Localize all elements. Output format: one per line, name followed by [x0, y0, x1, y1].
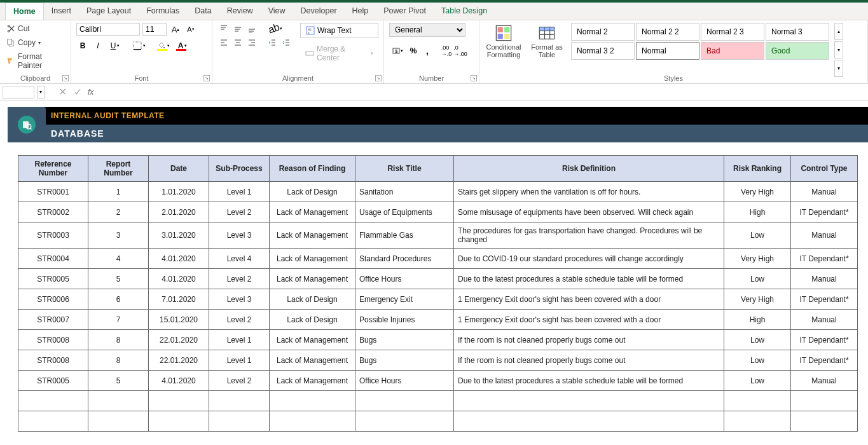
- cell-ref[interactable]: STR0008: [18, 350, 88, 371]
- cell-riskTitle[interactable]: Possible Injuries: [355, 310, 454, 330]
- name-box[interactable]: [3, 86, 34, 99]
- cell-rep[interactable]: 5: [88, 269, 149, 289]
- underline-button[interactable]: U▾: [107, 39, 123, 52]
- cell-sub[interactable]: [209, 411, 270, 432]
- cell-sub[interactable]: Level 2: [209, 269, 270, 289]
- style-bad[interactable]: Bad: [701, 42, 764, 60]
- align-center-button[interactable]: [231, 37, 244, 48]
- cell-sub[interactable]: Level 2: [209, 371, 270, 391]
- clipboard-dialog-launcher[interactable]: ↘: [62, 75, 69, 81]
- cell-ctrl[interactable]: Manual: [791, 310, 858, 330]
- cell-rank[interactable]: Low: [724, 371, 791, 391]
- align-middle-button[interactable]: [231, 23, 244, 34]
- tab-powerpivot[interactable]: Power Pivot: [376, 3, 434, 20]
- tab-data[interactable]: Data: [187, 3, 219, 20]
- cell-riskTitle[interactable]: Bugs: [355, 330, 454, 350]
- align-left-button[interactable]: [217, 37, 230, 48]
- cell-date[interactable]: 4.01.2020: [149, 269, 209, 289]
- increase-decimal-button[interactable]: .00→.0: [440, 44, 453, 57]
- cell-date[interactable]: 7.01.2020: [149, 289, 209, 310]
- name-box-dropdown[interactable]: ▾: [37, 86, 45, 99]
- decrease-decimal-button[interactable]: .0→.00: [454, 44, 467, 57]
- copy-button[interactable]: Copy ▾: [5, 37, 65, 48]
- cell-rank[interactable]: Low: [724, 222, 791, 249]
- cell-ref[interactable]: STR0008: [18, 330, 88, 350]
- cell-ref[interactable]: STR0002: [18, 202, 88, 222]
- cell-sub[interactable]: Level 1: [209, 350, 270, 371]
- cell-riskDef[interactable]: 1 Emergency Exit door's sight has been c…: [454, 310, 724, 330]
- cell-riskDef[interactable]: Stairs get slippery when the vantilation…: [454, 182, 724, 202]
- tab-tabledesign[interactable]: Table Design: [434, 3, 495, 20]
- cell-rep[interactable]: 5: [88, 371, 149, 391]
- cell-rep[interactable]: 4: [88, 249, 149, 269]
- header-controltype[interactable]: Control Type: [791, 156, 858, 182]
- cell-riskDef[interactable]: If the room is not cleaned properly bugs…: [454, 350, 724, 371]
- wrap-text-button[interactable]: abc Wrap Text: [300, 23, 378, 38]
- cell-rank[interactable]: [724, 411, 791, 432]
- cell-rank[interactable]: Low: [724, 350, 791, 371]
- cell-sub[interactable]: Level 2: [209, 310, 270, 330]
- cut-button[interactable]: Cut: [5, 23, 65, 34]
- increase-font-button[interactable]: A▴: [169, 23, 182, 36]
- cancel-formula-button[interactable]: ✕: [55, 86, 70, 99]
- cell-riskDef[interactable]: Some misusage of equipments have been ob…: [454, 202, 724, 222]
- cell-sub[interactable]: [209, 391, 270, 411]
- style-normal2[interactable]: Normal 2: [571, 23, 635, 41]
- cell-riskTitle[interactable]: Office Hours: [355, 269, 454, 289]
- cell-ctrl[interactable]: IT Dependant*: [791, 350, 858, 371]
- cell-reason[interactable]: [270, 411, 355, 432]
- header-rank[interactable]: Risk Ranking: [724, 156, 791, 182]
- cell-date[interactable]: 4.01.2020: [149, 249, 209, 269]
- cell-riskTitle[interactable]: Flammable Gas: [355, 222, 454, 249]
- cell-date[interactable]: 22.01.2020: [149, 330, 209, 350]
- cell-riskDef[interactable]: 1 Emergency Exit door's sight has been c…: [454, 289, 724, 310]
- italic-button[interactable]: I: [92, 39, 104, 52]
- cell-sub[interactable]: Level 3: [209, 222, 270, 249]
- cell-riskDef[interactable]: [454, 391, 724, 411]
- cell-riskTitle[interactable]: Sanitation: [355, 182, 454, 202]
- alignment-dialog-launcher[interactable]: ↘: [375, 75, 382, 81]
- header-subprocess[interactable]: Sub-Process: [209, 156, 270, 182]
- style-normal[interactable]: Normal: [636, 42, 699, 60]
- style-normal22[interactable]: Normal 2 2: [636, 23, 699, 41]
- table-row[interactable]: STR000222.01.2020Level 2Lack of Manageme…: [18, 202, 858, 222]
- cell-riskDef[interactable]: Due to COVID-19 our standard procedures …: [454, 249, 724, 269]
- font-size-select[interactable]: [142, 23, 167, 36]
- cell-rep[interactable]: [88, 411, 149, 432]
- table-row[interactable]: STR0007715.01.2020Level 2Lack of DesignP…: [18, 310, 858, 330]
- style-normal3[interactable]: Normal 3: [766, 23, 829, 41]
- tab-formulas[interactable]: Formulas: [139, 3, 187, 20]
- cell-ref[interactable]: STR0005: [18, 371, 88, 391]
- align-top-button[interactable]: [217, 23, 230, 34]
- header-risktitle[interactable]: Risk Title: [355, 156, 454, 182]
- fx-icon[interactable]: fx: [88, 88, 93, 97]
- cell-ctrl[interactable]: Manual: [791, 269, 858, 289]
- table-row[interactable]: [18, 391, 858, 411]
- cell-reason[interactable]: Lack of Design: [270, 289, 355, 310]
- cell-date[interactable]: 4.01.2020: [149, 371, 209, 391]
- cell-ref[interactable]: STR0004: [18, 249, 88, 269]
- table-row[interactable]: STR000333.01.2020Level 3Lack of Manageme…: [18, 222, 858, 249]
- cell-date[interactable]: 15.01.2020: [149, 310, 209, 330]
- cell-ctrl[interactable]: IT Dependant*: [791, 289, 858, 310]
- style-normal23[interactable]: Normal 2 3: [701, 23, 764, 41]
- cell-reason[interactable]: [270, 391, 355, 411]
- cell-rep[interactable]: 3: [88, 222, 149, 249]
- header-reason[interactable]: Reason of Finding: [270, 156, 355, 182]
- cell-riskTitle[interactable]: [355, 411, 454, 432]
- cell-rep[interactable]: 1: [88, 182, 149, 202]
- tab-developer[interactable]: Developer: [293, 3, 345, 20]
- header-riskdef[interactable]: Risk Definition: [454, 156, 724, 182]
- cell-ctrl[interactable]: Manual: [791, 371, 858, 391]
- cell-sub[interactable]: Level 1: [209, 182, 270, 202]
- cell-rank[interactable]: Very High: [724, 249, 791, 269]
- conditional-formatting-button[interactable]: Conditional Formatting: [485, 23, 523, 58]
- fill-color-button[interactable]: ▾: [155, 39, 172, 52]
- cell-ctrl[interactable]: [791, 411, 858, 432]
- table-row[interactable]: [18, 411, 858, 432]
- cell-reason[interactable]: Lack of Management: [270, 269, 355, 289]
- cell-ref[interactable]: [18, 391, 88, 411]
- cell-riskTitle[interactable]: Emergency Exit: [355, 289, 454, 310]
- cell-riskTitle[interactable]: Usage of Equipments: [355, 202, 454, 222]
- styles-scroll-up[interactable]: ▴: [834, 23, 843, 40]
